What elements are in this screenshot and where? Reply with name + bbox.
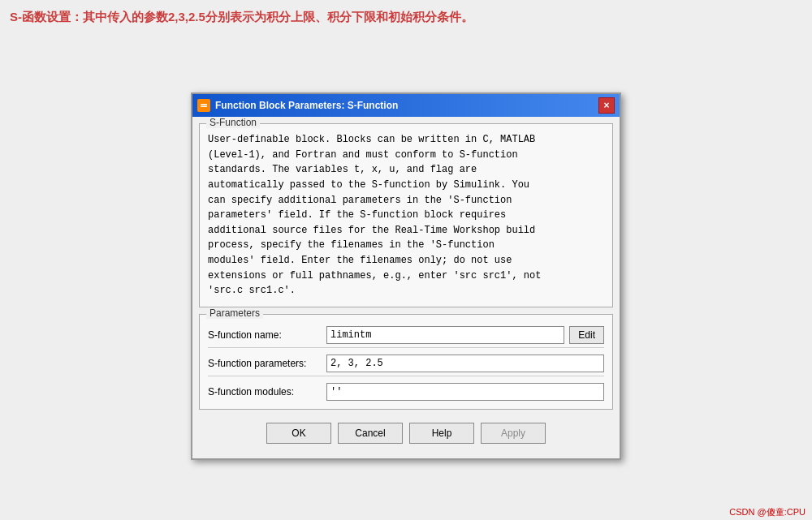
close-button[interactable]: × [598,97,615,114]
sfunc-modules-row: S-function modules: [208,383,604,401]
dialog-body: S-Function User-definable block. Blocks … [192,117,620,458]
svg-rect-2 [201,106,207,108]
sfunc-params-input[interactable] [326,355,604,372]
sfunc-description-text: User-definable block. Blocks can be writ… [208,132,604,299]
dialog-button-row: OK Cancel Help Apply [199,416,613,452]
dialog-overlay: Function Block Parameters: S-Function × … [0,0,812,520]
sfunc-params-label: S-function parameters: [208,358,322,369]
cancel-button[interactable]: Cancel [338,423,403,444]
svg-rect-0 [199,101,209,110]
dialog-titlebar: Function Block Parameters: S-Function × [192,94,620,117]
separator-1 [208,347,604,348]
parameters-section: Parameters S-function name: Edit S-funct… [199,314,613,410]
csdn-watermark: CSDN @傻童:CPU [729,506,806,518]
page-background: S-函数设置：其中传入的参数2,3,2.5分别表示为积分上限、积分下限和初始积分… [0,0,812,520]
sfunc-description-section: S-Function User-definable block. Blocks … [199,123,613,307]
ok-button[interactable]: OK [266,423,331,444]
help-button[interactable]: Help [409,423,474,444]
edit-button[interactable]: Edit [569,326,604,344]
sfunc-section-label: S-Function [206,117,260,128]
svg-rect-1 [201,104,207,105]
function-block-dialog: Function Block Parameters: S-Function × … [191,92,621,460]
sfunc-modules-label: S-function modules: [208,386,322,398]
params-section-label: Parameters [206,307,263,319]
dialog-title-icon [197,99,210,112]
sfunc-name-label: S-function name: [208,329,322,341]
dialog-title-text: Function Block Parameters: S-Function [215,100,398,111]
sfunc-name-row: S-function name: Edit [208,326,604,344]
separator-2 [208,376,604,376]
titlebar-left: Function Block Parameters: S-Function [197,99,398,112]
sfunc-name-input[interactable] [326,326,564,344]
apply-button[interactable]: Apply [481,423,546,444]
sfunc-params-row: S-function parameters: [208,355,604,372]
sfunc-modules-input[interactable] [326,383,604,401]
